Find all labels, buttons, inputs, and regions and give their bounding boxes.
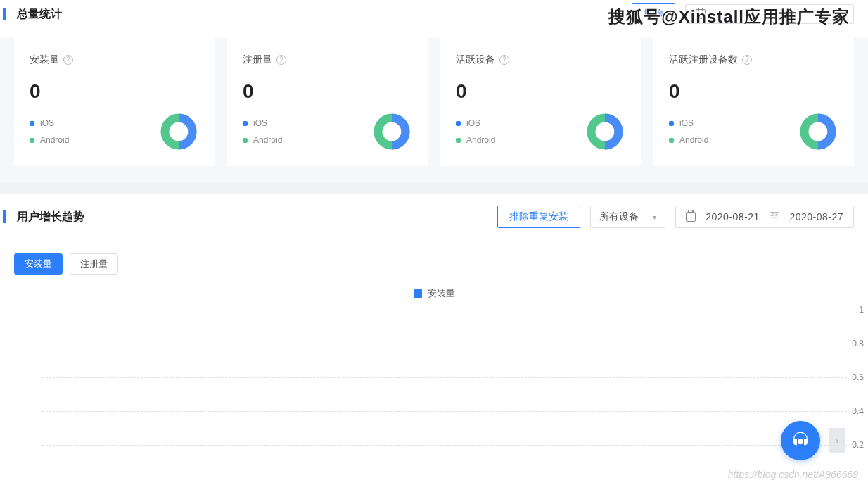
trend-date-range[interactable]: 2020-08-21 至 2020-08-27 bbox=[675, 206, 854, 228]
stat-card: 活跃设备 ? 0 iOS Android bbox=[440, 38, 641, 166]
date-end: 2020-08-27 bbox=[789, 211, 843, 222]
chevron-down-icon: ▾ bbox=[653, 213, 656, 221]
card-title: 安装量 ? bbox=[30, 54, 199, 66]
chart-tabs: 安装量注册量 bbox=[0, 239, 868, 282]
legend-dot bbox=[669, 121, 674, 126]
grid-line bbox=[42, 310, 847, 310]
y-axis-tick: 1 bbox=[859, 305, 864, 315]
card-value: 0 bbox=[243, 80, 412, 103]
donut-chart bbox=[373, 113, 411, 151]
grid-line bbox=[42, 445, 847, 446]
support-chat-button[interactable] bbox=[781, 421, 820, 460]
donut-chart bbox=[799, 113, 837, 151]
side-scroll-right[interactable]: › bbox=[829, 428, 845, 453]
device-select-label: 所有设备 bbox=[599, 210, 639, 223]
stats-date-range[interactable] bbox=[685, 4, 854, 24]
chart-legend: 安装量 bbox=[0, 282, 868, 303]
card-value: 0 bbox=[669, 80, 838, 103]
legend-dot bbox=[30, 138, 34, 143]
stat-card: 活跃注册设备数 ? 0 iOS Android bbox=[653, 38, 854, 166]
date-separator: 至 bbox=[770, 210, 780, 223]
y-axis-tick: 0.2 bbox=[852, 440, 864, 450]
donut-chart bbox=[586, 113, 624, 151]
card-title: 活跃注册设备数 ? bbox=[669, 54, 838, 66]
svg-point-4 bbox=[798, 439, 803, 444]
legend-dot bbox=[669, 138, 674, 143]
calendar-icon bbox=[686, 212, 696, 222]
chart-area: 10.80.60.40.2 bbox=[0, 303, 868, 486]
chart-legend-label: 安装量 bbox=[428, 287, 455, 300]
section-divider bbox=[0, 182, 868, 194]
stats-header: 总量统计 排除 bbox=[0, 0, 868, 38]
stats-exclude-button[interactable]: 排除 bbox=[632, 3, 675, 25]
help-icon[interactable]: ? bbox=[63, 55, 73, 65]
y-axis-tick: 0.6 bbox=[852, 372, 864, 382]
card-value: 0 bbox=[30, 80, 199, 103]
trend-exclude-button[interactable]: 排除重复安装 bbox=[497, 206, 580, 228]
legend-dot bbox=[456, 121, 461, 126]
legend-dot bbox=[243, 138, 248, 143]
tab-install[interactable]: 安装量 bbox=[14, 253, 63, 275]
headset-icon bbox=[790, 430, 811, 451]
legend-color-swatch bbox=[414, 289, 422, 298]
stat-card: 安装量 ? 0 iOS Android bbox=[14, 38, 215, 166]
help-icon[interactable]: ? bbox=[499, 55, 509, 65]
trend-title: 用户增长趋势 bbox=[17, 210, 84, 225]
section-accent-bar bbox=[3, 8, 6, 20]
stats-title: 总量统计 bbox=[17, 7, 62, 22]
card-title: 注册量 ? bbox=[243, 54, 412, 66]
grid-line bbox=[42, 344, 847, 344]
card-title: 活跃设备 ? bbox=[456, 54, 625, 66]
help-icon[interactable]: ? bbox=[276, 55, 286, 65]
tab-register[interactable]: 注册量 bbox=[70, 253, 118, 275]
help-icon[interactable]: ? bbox=[742, 55, 752, 65]
legend-dot bbox=[30, 121, 34, 126]
grid-line bbox=[42, 411, 847, 412]
grid-line bbox=[42, 377, 847, 378]
donut-chart bbox=[160, 113, 198, 151]
calendar-icon bbox=[696, 9, 706, 19]
legend-dot bbox=[243, 121, 248, 126]
stat-card: 注册量 ? 0 iOS Android bbox=[227, 38, 428, 166]
card-value: 0 bbox=[456, 80, 625, 103]
legend-dot bbox=[456, 138, 461, 143]
trend-header: 用户增长趋势 排除重复安装 所有设备 ▾ 2020-08-21 至 2020-0… bbox=[0, 194, 868, 239]
section-accent-bar bbox=[3, 210, 6, 223]
y-axis-tick: 0.8 bbox=[852, 339, 864, 348]
y-axis-tick: 0.4 bbox=[852, 406, 864, 416]
device-select[interactable]: 所有设备 ▾ bbox=[590, 206, 665, 228]
date-start: 2020-08-21 bbox=[706, 211, 760, 222]
